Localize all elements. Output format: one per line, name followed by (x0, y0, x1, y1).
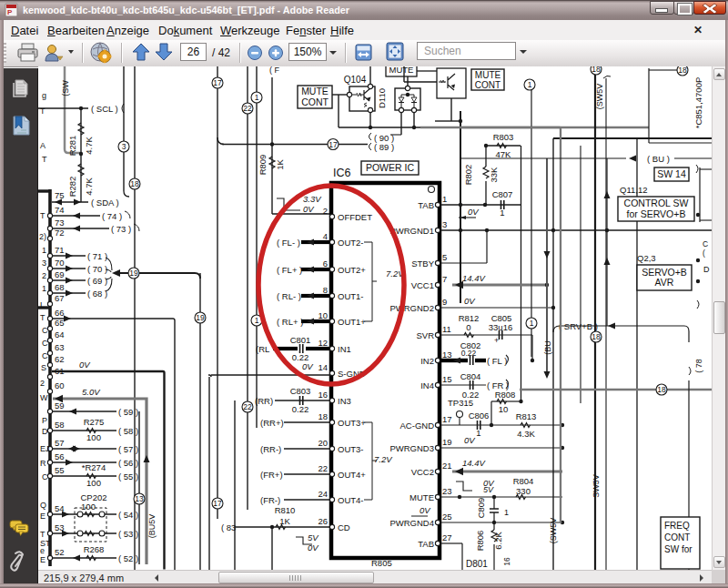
svg-text:CONT: CONT (664, 532, 690, 542)
svg-text:1: 1 (255, 93, 259, 102)
svg-text:D: D (703, 265, 710, 274)
svg-text:25: 25 (442, 512, 452, 522)
svg-text:(RR-): (RR-) (260, 444, 281, 454)
svg-text:R803: R803 (493, 132, 514, 142)
svg-text:( 71 ): ( 71 ) (87, 251, 107, 261)
svg-text:330: 330 (516, 486, 531, 496)
svg-text:( 57 ): ( 57 ) (118, 444, 138, 454)
svg-text:( RL- ): ( RL- ) (277, 291, 301, 301)
svg-text:56: 56 (55, 451, 65, 461)
svg-text:T: T (40, 106, 46, 116)
svg-text:SW 14: SW 14 (657, 168, 686, 179)
svg-text:61: 61 (55, 366, 65, 376)
svg-text:R805: R805 (371, 558, 392, 568)
svg-text:MUTE: MUTE (475, 70, 501, 80)
svg-text:0V: 0V (79, 360, 91, 370)
svg-text:10: 10 (499, 404, 509, 414)
svg-text:W: W (40, 393, 48, 402)
svg-text:OFFDET: OFFDET (338, 212, 372, 222)
svg-text:11: 11 (442, 324, 451, 334)
svg-text:3.3V: 3.3V (303, 194, 322, 204)
svg-text:13: 13 (135, 494, 144, 503)
svg-text:18: 18 (318, 411, 328, 421)
svg-text:68: 68 (55, 282, 65, 292)
svg-text:( RL+ ): ( RL+ ) (277, 317, 303, 327)
svg-text:70: 70 (55, 258, 65, 268)
svg-text:TAB: TAB (418, 539, 434, 549)
svg-text:4.3K: 4.3K (517, 429, 535, 439)
svg-text:C: C (42, 351, 48, 360)
svg-text:R810: R810 (275, 505, 296, 515)
svg-text:TAB: TAB (418, 200, 434, 210)
svg-text:( 70 ): ( 70 ) (87, 264, 107, 274)
svg-text:(RR+): (RR+) (260, 418, 284, 428)
svg-text:18: 18 (130, 179, 139, 188)
svg-text:6.2K: 6.2K (493, 532, 503, 550)
svg-text:T: T (40, 211, 46, 220)
svg-text:VCC2: VCC2 (411, 467, 434, 477)
svg-text:FREQ: FREQ (664, 521, 690, 531)
svg-text:24: 24 (318, 489, 328, 499)
svg-text:C809: C809 (476, 498, 486, 519)
svg-text:( 52 ): ( 52 ) (118, 553, 138, 563)
svg-text:( 89 ): ( 89 ) (374, 142, 394, 152)
svg-text:9: 9 (442, 297, 447, 307)
svg-text:16: 16 (318, 390, 328, 400)
svg-text:EJ: EJ (40, 444, 50, 453)
svg-text:( 73 ): ( 73 ) (111, 224, 131, 234)
svg-text:6: 6 (323, 259, 328, 269)
svg-text:IN1: IN1 (338, 344, 351, 354)
svg-text:R804: R804 (513, 476, 534, 486)
svg-text:18: 18 (657, 385, 666, 394)
svg-text:(RR): (RR) (255, 396, 273, 406)
svg-text:Q2,3: Q2,3 (637, 253, 656, 263)
svg-text:18: 18 (592, 332, 601, 341)
svg-text:( FL+ ): ( FL+ ) (277, 265, 302, 275)
svg-text:5V: 5V (483, 485, 494, 494)
svg-text:26: 26 (318, 516, 328, 526)
svg-text:5V: 5V (308, 532, 319, 542)
svg-text:5.0V: 5.0V (82, 387, 101, 397)
svg-text:C804: C804 (460, 371, 481, 381)
svg-text:17: 17 (213, 499, 222, 508)
svg-text:P: P (42, 416, 47, 425)
svg-text:58: 58 (55, 420, 65, 430)
svg-text:4: 4 (323, 231, 328, 241)
svg-text:7: 7 (442, 274, 447, 284)
svg-text:0V: 0V (464, 296, 476, 306)
svg-text:( F: ( F (269, 66, 279, 75)
svg-text:T: T (40, 313, 46, 322)
svg-text:Q: Q (40, 501, 46, 510)
svg-text:74: 74 (55, 205, 65, 215)
svg-text:60: 60 (55, 380, 65, 390)
svg-text:C: C (42, 326, 48, 335)
svg-text:SW5V: SW5V (592, 474, 601, 498)
svg-text:C806: C806 (469, 411, 490, 421)
svg-text:33u16: 33u16 (489, 322, 512, 332)
svg-text:65: 65 (55, 318, 65, 328)
svg-text:D: D (42, 427, 48, 436)
svg-text:e: e (40, 546, 45, 555)
svg-text:13: 13 (442, 350, 452, 360)
svg-text:Q104: Q104 (344, 75, 367, 85)
svg-text:( BU ): ( BU ) (647, 154, 670, 164)
svg-text:PWRGND2: PWRGND2 (389, 303, 434, 313)
svg-text:OUT4-: OUT4- (338, 495, 364, 505)
svg-text:R808: R808 (495, 390, 516, 400)
svg-text:23: 23 (442, 486, 452, 496)
svg-text:OUT1-: OUT1- (338, 291, 364, 301)
svg-text:0V: 0V (303, 204, 315, 214)
svg-text:TP315: TP315 (448, 398, 473, 408)
svg-text:R281: R281 (67, 136, 77, 157)
svg-text:0V: 0V (464, 435, 476, 445)
svg-text:75: 75 (55, 190, 65, 200)
svg-text:0.22: 0.22 (292, 404, 309, 414)
svg-text:+: + (494, 336, 499, 345)
svg-text:R806: R806 (475, 531, 485, 552)
svg-text:C801: C801 (290, 335, 311, 345)
svg-text:14.4V: 14.4V (462, 458, 486, 468)
svg-text:(SW5V: (SW5V (595, 84, 604, 110)
svg-text:22: 22 (243, 104, 252, 113)
svg-text:IN4: IN4 (420, 380, 434, 390)
svg-text:L: L (40, 300, 45, 309)
